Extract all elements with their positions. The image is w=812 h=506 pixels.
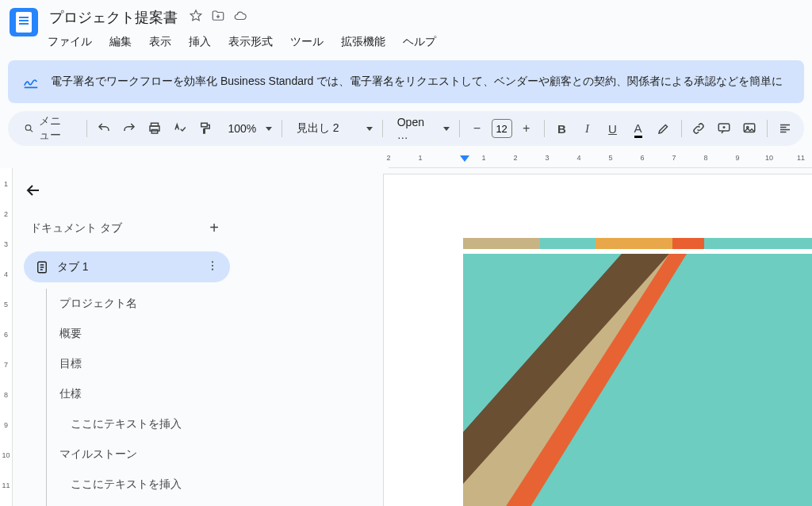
vertical-ruler: 123456789101112	[0, 168, 13, 506]
ruler-tick: 7	[4, 361, 8, 369]
ruler-tick: 6	[4, 331, 8, 339]
zoom-value: 100%	[223, 122, 261, 135]
ruler-tick: 3	[4, 240, 8, 248]
outline-item[interactable]: 目標	[59, 349, 230, 379]
ruler-tick: 8	[4, 391, 8, 399]
paragraph-style-dropdown[interactable]: 見出し 2	[289, 121, 376, 136]
ruler-tick: 10	[765, 154, 773, 162]
svg-point-10	[212, 265, 213, 266]
chevron-down-icon	[366, 127, 373, 131]
outline-item[interactable]: ここにテキストを挿入	[59, 470, 230, 500]
ruler-tick: 9	[735, 154, 739, 162]
outline-item[interactable]: 概要	[59, 319, 230, 349]
ruler-tick: 7	[672, 154, 676, 162]
add-comment-button[interactable]	[713, 117, 735, 140]
search-icon	[24, 121, 34, 136]
separator	[681, 120, 682, 137]
app-header: プロジェクト提案書 ファイル 編集 表示 挿入 表示形式 ツール 拡張機能 ヘル…	[0, 0, 812, 56]
ruler-tick: 10	[2, 451, 10, 459]
toolbar-search[interactable]: メニュー	[16, 111, 80, 146]
redo-button[interactable]	[118, 117, 140, 140]
ruler-tick: 9	[4, 421, 8, 429]
font-dropdown[interactable]: Open …	[389, 116, 453, 141]
ruler-tick: 2	[386, 154, 390, 162]
underline-button[interactable]: U	[602, 117, 624, 140]
insert-image-button[interactable]	[738, 117, 760, 140]
separator	[459, 120, 460, 137]
outline-item[interactable]: ここにテキストを挿入	[59, 500, 230, 506]
text-color-button[interactable]: A	[627, 117, 649, 140]
tab-more-icon[interactable]	[206, 259, 219, 274]
ruler-tick: 11	[2, 481, 10, 489]
highlight-button[interactable]	[653, 117, 675, 140]
menu-tools[interactable]: ツール	[289, 33, 325, 51]
insert-link-button[interactable]	[688, 117, 710, 140]
italic-button[interactable]: I	[576, 117, 599, 140]
outline-item[interactable]: ここにテキストを挿入	[59, 409, 230, 439]
ruler-tick: 4	[576, 154, 580, 162]
separator	[382, 120, 383, 137]
ruler-tick: 1	[418, 154, 422, 162]
ruler-tick: 11	[797, 154, 805, 162]
toolbar: メニュー 100% 見出し 2 Open … − 12 + B I U A	[8, 111, 804, 146]
horizontal-ruler: 211234567891011	[0, 152, 812, 168]
ruler-tick: 2	[513, 154, 517, 162]
font-size-decrease[interactable]: −	[466, 117, 488, 140]
document-outline: プロジェクト名概要目標仕様ここにテキストを挿入マイルストーンここにテキストを挿入…	[46, 289, 230, 506]
zoom-dropdown[interactable]: 100%	[220, 122, 275, 135]
move-folder-icon[interactable]	[211, 9, 225, 26]
docs-logo-icon[interactable]	[10, 8, 38, 36]
ruler-tick: 3	[545, 154, 549, 162]
ruler-tick: 6	[640, 154, 644, 162]
svg-point-0	[25, 125, 31, 131]
template-artwork	[463, 238, 812, 506]
paint-format-button[interactable]	[194, 117, 216, 140]
outline-panel: ドキュメント タブ + タブ 1 プロジェクト名概要目標仕様ここにテキストを挿入…	[13, 168, 241, 506]
outline-item[interactable]: プロジェクト名	[59, 289, 230, 319]
menu-help[interactable]: ヘルプ	[401, 33, 438, 51]
chevron-down-icon	[443, 127, 450, 131]
ruler-tick: 1	[481, 154, 485, 162]
menu-file[interactable]: ファイル	[46, 33, 94, 51]
font-size-increase[interactable]: +	[515, 117, 538, 140]
menu-insert[interactable]: 挿入	[187, 33, 213, 51]
outline-item[interactable]: 仕様	[59, 379, 230, 409]
tab-chip[interactable]: タブ 1	[24, 251, 230, 282]
back-button[interactable]	[24, 181, 43, 200]
promo-banner: 電子署名でワークフローを効率化 Business Standard では、電子署…	[8, 60, 804, 103]
menu-extensions[interactable]: 拡張機能	[339, 33, 387, 51]
star-icon[interactable]	[189, 9, 203, 26]
tab-label: タブ 1	[57, 260, 89, 274]
separator	[86, 120, 87, 137]
menu-format[interactable]: 表示形式	[227, 33, 274, 51]
paragraph-style-value: 見出し 2	[292, 121, 344, 136]
document-icon	[35, 260, 49, 274]
indent-marker[interactable]	[460, 155, 469, 162]
add-tab-button[interactable]: +	[205, 219, 224, 237]
ruler-tick: 5	[4, 301, 8, 309]
ruler-tick: 8	[703, 154, 707, 162]
outline-item[interactable]: マイルストーン	[59, 439, 230, 470]
document-title[interactable]: プロジェクト提案書	[46, 6, 181, 29]
undo-button[interactable]	[93, 117, 115, 140]
ruler-tick: 5	[608, 154, 612, 162]
svg-point-9	[212, 261, 213, 263]
font-value: Open …	[393, 116, 439, 141]
separator	[544, 120, 545, 137]
ruler-tick: 4	[4, 270, 8, 278]
menu-bar: ファイル 編集 表示 挿入 表示形式 ツール 拡張機能 ヘルプ	[46, 33, 438, 51]
font-size-input[interactable]: 12	[492, 119, 512, 138]
cloud-status-icon[interactable]	[233, 9, 247, 26]
spellcheck-button[interactable]	[169, 117, 191, 140]
chevron-down-icon	[266, 127, 272, 131]
svg-point-11	[212, 269, 213, 270]
menu-edit[interactable]: 編集	[108, 33, 133, 51]
document-page	[384, 174, 812, 506]
print-button[interactable]	[144, 117, 166, 140]
menu-view[interactable]: 表示	[147, 33, 173, 51]
separator	[282, 120, 282, 137]
align-button[interactable]	[774, 117, 796, 140]
separator	[767, 120, 768, 137]
bold-button[interactable]: B	[551, 117, 573, 140]
document-canvas[interactable]	[241, 168, 812, 506]
